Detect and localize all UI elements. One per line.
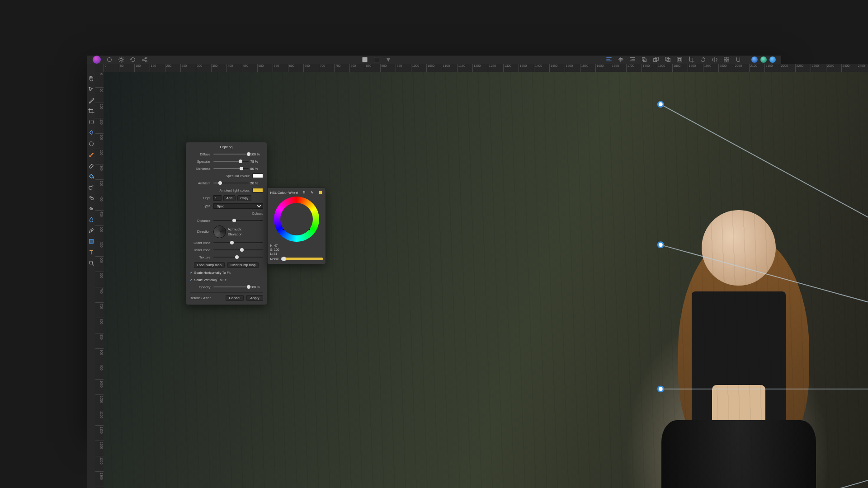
lighting-title: Lighting: [190, 145, 263, 149]
group-icon[interactable]: [676, 56, 683, 63]
paint-brush-tool-icon[interactable]: [87, 150, 95, 159]
context-light-icon[interactable]: [362, 56, 368, 63]
hsl-readout: H: 47S: 100L: 81: [270, 244, 323, 256]
svg-point-4: [145, 60, 147, 62]
ambient-label: Ambient:: [190, 181, 212, 185]
arrange-icon[interactable]: [641, 56, 647, 63]
eyedropper-icon[interactable]: ✎: [311, 191, 314, 195]
share-icon[interactable]: [142, 56, 148, 63]
brush-selection-tool-icon[interactable]: [87, 140, 95, 148]
persona-develop-icon[interactable]: [769, 56, 776, 63]
main-area: 0501001502002503003504004505005506006507…: [87, 64, 781, 488]
flip-icon[interactable]: [712, 56, 718, 63]
svg-rect-11: [677, 57, 682, 62]
persona-photo-icon[interactable]: [751, 56, 758, 63]
rotate-icon[interactable]: [700, 56, 706, 63]
specular-colour-swatch[interactable]: [252, 174, 263, 178]
ambient-slider[interactable]: [213, 183, 249, 183]
specular-label: Specular:: [190, 160, 212, 164]
flood-select-tool-icon[interactable]: [87, 129, 95, 137]
svg-point-3: [145, 57, 147, 59]
pen-tool-icon[interactable]: [87, 226, 95, 235]
direction-dial[interactable]: [213, 225, 226, 238]
shape-tool-icon[interactable]: [87, 237, 95, 245]
clear-bump-button[interactable]: Clear bump map: [227, 262, 259, 268]
add-light-button[interactable]: Add: [223, 195, 236, 201]
noise-label: Noise: [270, 257, 279, 261]
text-tool-icon[interactable]: [87, 248, 95, 256]
context-dark-icon[interactable]: [373, 56, 380, 63]
toolbar: ▾: [87, 56, 781, 64]
lighting-panel[interactable]: Lighting Diffuse:100 % Specular:78 % Shi…: [186, 142, 267, 305]
dodge-tool-icon[interactable]: [87, 183, 95, 191]
crop-tool-icon[interactable]: [87, 107, 95, 115]
svg-point-20: [90, 196, 91, 198]
opacity-value: 100 %: [250, 285, 263, 289]
load-bump-button[interactable]: Load bump map: [194, 262, 225, 268]
texture-slider[interactable]: [213, 257, 263, 258]
inner-cone-slider[interactable]: [213, 249, 263, 250]
specular-slider[interactable]: [213, 161, 249, 162]
align-center-icon[interactable]: [618, 56, 624, 63]
crop-icon[interactable]: [688, 56, 694, 63]
move-tool-icon[interactable]: [87, 85, 95, 94]
snap-icon[interactable]: [735, 56, 741, 63]
ambient-colour-label: Ambient light colour:: [220, 188, 250, 192]
chevron-down-icon[interactable]: ▾: [385, 56, 392, 63]
refresh-icon[interactable]: [130, 56, 136, 63]
cancel-button[interactable]: Cancel: [226, 295, 244, 301]
outer-cone-slider[interactable]: [213, 242, 263, 243]
texture-label: Texture:: [190, 255, 212, 259]
ruler-vertical: 0501001502002503003504004505005506006507…: [95, 72, 104, 488]
move-front-icon[interactable]: [665, 56, 671, 63]
specular-value: 78 %: [250, 160, 263, 164]
light-type-select[interactable]: Spot: [213, 203, 263, 209]
gear-icon[interactable]: [118, 56, 124, 63]
blur-tool-icon[interactable]: [87, 216, 95, 224]
specular-colour-label: Specular colour:: [226, 174, 250, 178]
scale-v-check[interactable]: Scale Vertically To Fit: [190, 278, 226, 282]
apply-button[interactable]: Apply: [246, 295, 263, 301]
azimuth-label: Azimuth:: [228, 227, 244, 231]
erase-tool-icon[interactable]: [87, 161, 95, 169]
svg-point-1: [120, 58, 122, 61]
shininess-slider[interactable]: [213, 168, 249, 169]
svg-rect-23: [89, 239, 93, 243]
grid-icon[interactable]: [723, 56, 730, 63]
svg-point-18: [89, 141, 93, 145]
hsl-colour-popover[interactable]: HSL Colour Wheel⠿✎ H: 47S: 100L: 81 Nois…: [267, 188, 326, 264]
canvas-area: 0501001502002503003504004505005506006507…: [95, 64, 868, 488]
distance-slider[interactable]: [213, 220, 263, 221]
copy-light-button[interactable]: Copy: [237, 195, 252, 201]
svg-rect-15: [724, 60, 726, 61]
hsl-wheel[interactable]: [274, 197, 319, 242]
tool-palette: [87, 64, 95, 488]
outer-cone-label: Outer cone:: [190, 241, 212, 245]
canvas[interactable]: Lighting Diffuse:100 % Specular:78 % Shi…: [104, 72, 868, 488]
clone-tool-icon[interactable]: [87, 194, 95, 202]
align-right-icon[interactable]: [629, 56, 636, 63]
ambient-colour-swatch[interactable]: [252, 188, 263, 192]
zoom-tool-icon[interactable]: [87, 259, 95, 267]
noise-slider[interactable]: [281, 258, 323, 260]
hsl-swatch-icon[interactable]: [319, 191, 322, 194]
svg-point-2: [142, 59, 144, 61]
persona-liquify-icon[interactable]: [760, 56, 767, 63]
image-figure: [655, 210, 822, 488]
align-left-icon[interactable]: [606, 56, 612, 63]
colour-picker-tool-icon[interactable]: [87, 96, 95, 104]
scale-h-check[interactable]: Scale Horizontally To Fit: [190, 271, 231, 275]
selection-tool-icon[interactable]: [87, 118, 95, 126]
fill-tool-icon[interactable]: [87, 172, 95, 180]
file-open-icon[interactable]: [106, 56, 113, 63]
diffuse-slider[interactable]: [213, 154, 249, 155]
opacity-slider[interactable]: [213, 286, 249, 287]
move-back-icon[interactable]: [653, 56, 659, 63]
light-index-input[interactable]: [213, 195, 222, 201]
hsl-menu-icon[interactable]: ⠿: [303, 191, 306, 195]
distance-label: Distance:: [190, 219, 212, 223]
before-after-toggle[interactable]: Before / After: [190, 296, 211, 300]
type-label: Type:: [190, 204, 212, 208]
hand-tool-icon[interactable]: [87, 75, 95, 83]
heal-tool-icon[interactable]: [87, 205, 95, 213]
